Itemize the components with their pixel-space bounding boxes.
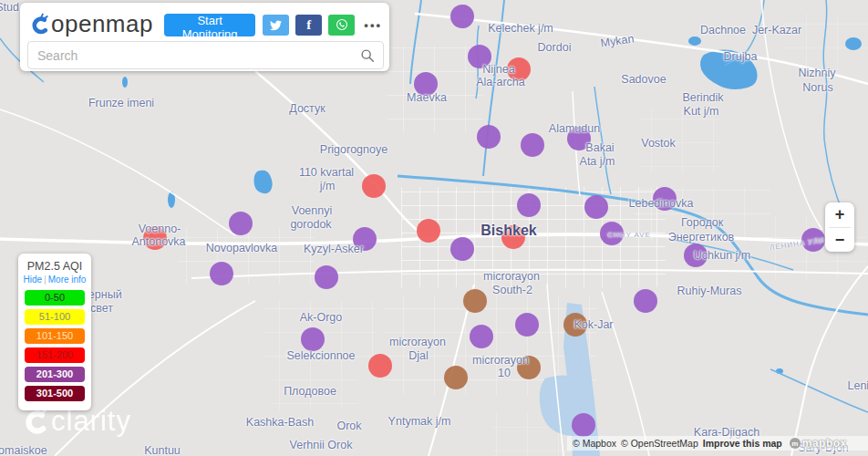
aqi-marker[interactable] [563, 313, 587, 337]
aqi-marker[interactable] [450, 5, 474, 28]
aqi-marker[interactable] [584, 195, 608, 219]
logo-text: openmap [51, 12, 153, 36]
aqi-marker[interactable] [634, 289, 657, 313]
aqi-marker[interactable] [450, 237, 474, 261]
legend-bands: 0-5051-100101-150151-200201-300301-500 [18, 290, 91, 401]
twitter-button[interactable] [263, 15, 289, 36]
mapbox-logo-text: mapbox [802, 437, 847, 450]
search-icon[interactable] [359, 47, 376, 64]
legend-hide-link[interactable]: Hide [24, 275, 43, 285]
search-input[interactable] [28, 48, 359, 63]
aqi-marker[interactable] [414, 72, 438, 96]
openmap-logo: openmap [31, 13, 153, 36]
legend-band: 101-150 [25, 328, 85, 344]
legend-band: 301-500 [25, 386, 85, 401]
legend-link-divider: | [44, 275, 46, 285]
aqi-marker[interactable] [470, 325, 493, 348]
facebook-icon: f [306, 17, 311, 33]
legend-band: 51-100 [25, 309, 85, 325]
aqi-marker[interactable] [515, 313, 539, 337]
whatsapp-icon [335, 17, 349, 32]
attribution-bar: © Mapbox © OpenStreetMap Improve this ma… [567, 436, 868, 451]
osm-attribution-link[interactable]: © OpenStreetMap [621, 438, 698, 449]
aqi-marker[interactable] [684, 244, 708, 267]
aqi-marker[interactable] [362, 174, 386, 198]
zoom-in-button[interactable]: + [825, 202, 854, 227]
aqi-marker[interactable] [417, 219, 440, 243]
aqi-marker[interactable] [801, 228, 825, 252]
aqi-marker[interactable] [501, 225, 525, 249]
mapbox-logo-icon: m [790, 438, 801, 449]
aqi-marker[interactable] [353, 227, 377, 251]
legend-band: 0-50 [25, 290, 85, 306]
aqi-marker[interactable] [468, 45, 491, 68]
zoom-control: + − [825, 202, 854, 252]
facebook-button[interactable]: f [295, 15, 322, 36]
aqi-marker[interactable] [600, 222, 624, 245]
aqi-marker[interactable] [507, 57, 531, 81]
clarity-logo-icon [31, 13, 48, 36]
aqi-marker[interactable] [521, 133, 544, 157]
aqi-marker[interactable] [301, 327, 325, 351]
aqi-marker[interactable] [368, 354, 392, 378]
aqi-marker[interactable] [567, 127, 591, 150]
mapbox-attribution-link[interactable]: © Mapbox [573, 438, 616, 449]
aqi-marker[interactable] [517, 356, 541, 379]
legend-title: PM2.5 AQI [18, 260, 91, 273]
search-box [27, 41, 384, 69]
aqi-marker[interactable] [444, 366, 468, 389]
clarity-watermark-icon [24, 406, 47, 437]
aqi-marker[interactable] [143, 226, 167, 250]
twitter-icon [269, 18, 283, 32]
aqi-marker[interactable] [572, 413, 595, 437]
aqi-legend: PM2.5 AQI Hide|More info 0-5051-100101-1… [18, 254, 91, 410]
zoom-out-button[interactable]: − [825, 228, 854, 253]
start-monitoring-button[interactable]: Start Monitoring [164, 14, 255, 36]
aqi-marker[interactable] [517, 193, 541, 217]
mapbox-watermark[interactable]: m mapbox [790, 437, 847, 450]
more-menu-button[interactable]: ••• [364, 18, 382, 32]
whatsapp-button[interactable] [328, 15, 355, 36]
legend-band: 151-200 [25, 347, 85, 363]
aqi-marker[interactable] [315, 265, 338, 289]
aqi-marker[interactable] [210, 262, 233, 285]
improve-map-link[interactable]: Improve this map [703, 438, 782, 449]
legend-band: 201-300 [25, 367, 85, 382]
aqi-marker[interactable] [653, 187, 677, 211]
map-app: StudKelechek j/mDordoiMykanDachnoeJer-Ka… [0, 0, 868, 456]
aqi-marker[interactable] [477, 125, 501, 149]
legend-more-info-link[interactable]: More info [48, 275, 87, 285]
aqi-marker[interactable] [463, 289, 487, 313]
header-card: openmap Start Monitoring f [20, 3, 389, 71]
aqi-marker[interactable] [229, 212, 253, 235]
